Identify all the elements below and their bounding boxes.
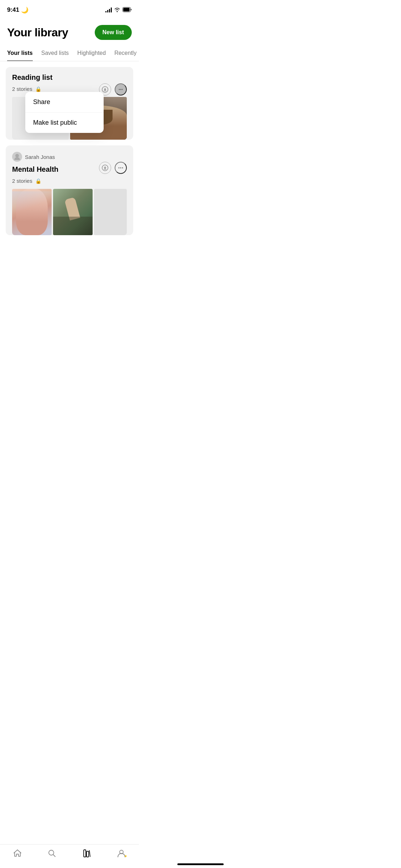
reading-list-title: Reading list (12, 73, 127, 82)
lock-icon: 🔒 (35, 86, 41, 92)
svg-point-3 (119, 89, 120, 90)
mental-health-count: 2 stories (12, 178, 32, 184)
new-list-button[interactable]: New list (95, 25, 132, 40)
reading-list-card: Reading list 2 stories 🔒 (6, 67, 133, 140)
mental-health-images (12, 189, 127, 235)
image-thumb-hand (53, 189, 93, 235)
image-thumb-face (12, 189, 52, 235)
tab-highlighted[interactable]: Highlighted (77, 46, 106, 61)
more-options-button-2[interactable] (115, 162, 127, 174)
more-options-button-active[interactable] (115, 83, 127, 95)
svg-point-17 (120, 167, 121, 169)
tab-saved-lists[interactable]: Saved lists (41, 46, 69, 61)
card-author: Sarah Jonas (12, 152, 127, 162)
svg-point-18 (122, 167, 123, 169)
author-avatar (12, 152, 22, 162)
svg-point-16 (119, 167, 120, 169)
dropdown-share[interactable]: Share (25, 92, 104, 113)
dropdown-make-public[interactable]: Make list public (25, 113, 104, 133)
svg-point-4 (120, 89, 121, 90)
content-area: Reading list 2 stories 🔒 (0, 61, 139, 241)
download-button-2[interactable] (99, 162, 111, 174)
image-thumb-empty (94, 189, 127, 235)
reading-list-count: 2 stories (12, 86, 32, 92)
battery-icon (123, 7, 132, 13)
author-name: Sarah Jonas (25, 154, 55, 160)
status-time: 9:41 🌙 (7, 6, 28, 14)
svg-rect-1 (123, 8, 130, 11)
lock-icon-2: 🔒 (35, 178, 41, 184)
status-bar: 9:41 🌙 (0, 0, 139, 18)
mental-health-meta: 2 stories 🔒 (12, 178, 127, 184)
tabs-bar: Your lists Saved lists Highlighted Recen… (0, 46, 139, 61)
reading-list-actions (99, 83, 127, 95)
tab-your-lists[interactable]: Your lists (7, 46, 33, 61)
time-display: 9:41 (7, 6, 19, 14)
svg-point-5 (122, 89, 123, 90)
moon-icon: 🌙 (21, 6, 28, 14)
wifi-icon (114, 7, 120, 13)
svg-point-14 (15, 154, 19, 157)
signal-icon (105, 7, 112, 12)
mental-health-actions (99, 162, 127, 174)
page-title: Your library (7, 26, 68, 39)
mental-health-card: Sarah Jonas Mental Health 2 stories 🔒 (6, 145, 133, 235)
tab-recently[interactable]: Recently (114, 46, 136, 61)
status-icons (105, 7, 132, 13)
page-header: Your library New list (0, 18, 139, 46)
dropdown-menu: Share Make list public (25, 92, 104, 133)
